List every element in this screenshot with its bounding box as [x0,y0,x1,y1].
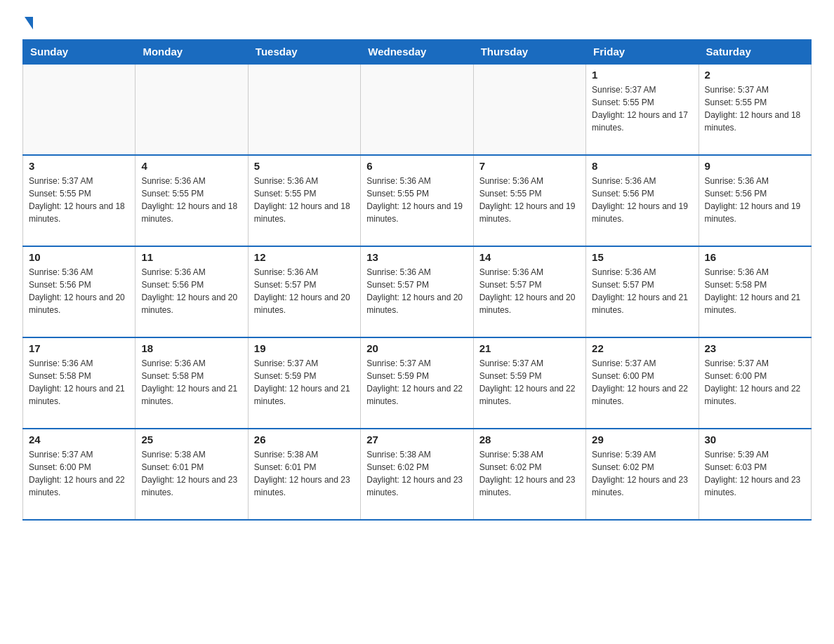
day-number: 20 [366,342,467,354]
day-info: Sunrise: 5:36 AMSunset: 5:57 PMDaylight:… [254,266,355,316]
day-info: Sunrise: 5:37 AMSunset: 5:55 PMDaylight:… [705,83,805,134]
day-info: Sunrise: 5:36 AMSunset: 5:55 PMDaylight:… [254,175,355,225]
day-number: 15 [592,251,692,263]
calendar-cell: 14Sunrise: 5:36 AMSunset: 5:57 PMDayligh… [473,246,585,337]
calendar-cell: 20Sunrise: 5:37 AMSunset: 5:59 PMDayligh… [361,337,473,429]
day-info: Sunrise: 5:36 AMSunset: 5:58 PMDaylight:… [705,266,805,316]
calendar-week-row: 24Sunrise: 5:37 AMSunset: 6:00 PMDayligh… [23,429,812,520]
calendar-cell [248,64,360,155]
day-number: 8 [592,160,692,172]
calendar-week-row: 17Sunrise: 5:36 AMSunset: 5:58 PMDayligh… [23,337,812,429]
day-info: Sunrise: 5:37 AMSunset: 5:55 PMDaylight:… [29,175,129,225]
calendar-cell: 25Sunrise: 5:38 AMSunset: 6:01 PMDayligh… [135,429,248,520]
calendar-cell: 11Sunrise: 5:36 AMSunset: 5:56 PMDayligh… [135,246,248,337]
calendar-cell: 30Sunrise: 5:39 AMSunset: 6:03 PMDayligh… [699,429,811,520]
calendar-cell: 15Sunrise: 5:36 AMSunset: 5:57 PMDayligh… [586,246,699,337]
calendar-cell [135,64,248,155]
calendar-cell [473,64,585,155]
calendar-cell: 24Sunrise: 5:37 AMSunset: 6:00 PMDayligh… [23,429,135,520]
day-number: 7 [479,160,580,172]
calendar-cell: 21Sunrise: 5:37 AMSunset: 5:59 PMDayligh… [473,337,585,429]
day-info: Sunrise: 5:39 AMSunset: 6:02 PMDaylight:… [592,448,692,499]
day-number: 13 [366,251,467,263]
day-number: 6 [366,160,467,172]
calendar-cell: 4Sunrise: 5:36 AMSunset: 5:55 PMDaylight… [135,155,248,246]
weekday-header-sunday: Sunday [23,40,135,65]
weekday-header-friday: Friday [586,40,699,65]
day-info: Sunrise: 5:36 AMSunset: 5:55 PMDaylight:… [479,175,580,225]
calendar-cell: 5Sunrise: 5:36 AMSunset: 5:55 PMDaylight… [248,155,360,246]
day-number: 14 [479,251,580,263]
day-info: Sunrise: 5:36 AMSunset: 5:56 PMDaylight:… [705,175,805,225]
day-info: Sunrise: 5:37 AMSunset: 6:00 PMDaylight:… [29,448,129,499]
day-number: 5 [254,160,355,172]
day-info: Sunrise: 5:38 AMSunset: 6:01 PMDaylight:… [141,448,241,499]
calendar-cell: 6Sunrise: 5:36 AMSunset: 5:55 PMDaylight… [361,155,473,246]
calendar-cell: 23Sunrise: 5:37 AMSunset: 6:00 PMDayligh… [699,337,811,429]
weekday-header-monday: Monday [135,40,248,65]
calendar-cell: 26Sunrise: 5:38 AMSunset: 6:01 PMDayligh… [248,429,360,520]
day-number: 17 [29,342,129,354]
day-info: Sunrise: 5:37 AMSunset: 5:59 PMDaylight:… [479,357,580,408]
day-number: 4 [141,160,241,172]
day-info: Sunrise: 5:39 AMSunset: 6:03 PMDaylight:… [705,448,805,499]
day-info: Sunrise: 5:36 AMSunset: 5:56 PMDaylight:… [29,266,129,316]
weekday-header-saturday: Saturday [699,40,811,65]
day-info: Sunrise: 5:38 AMSunset: 6:01 PMDaylight:… [254,448,355,499]
day-info: Sunrise: 5:37 AMSunset: 6:00 PMDaylight:… [592,357,692,408]
day-number: 30 [705,434,805,445]
day-number: 23 [705,342,805,354]
calendar-cell: 8Sunrise: 5:36 AMSunset: 5:56 PMDaylight… [586,155,699,246]
calendar-cell: 18Sunrise: 5:36 AMSunset: 5:58 PMDayligh… [135,337,248,429]
day-info: Sunrise: 5:36 AMSunset: 5:58 PMDaylight:… [29,357,129,408]
logo [22,17,33,28]
day-info: Sunrise: 5:37 AMSunset: 5:59 PMDaylight:… [366,357,467,408]
page-header [22,17,812,28]
calendar-cell: 7Sunrise: 5:36 AMSunset: 5:55 PMDaylight… [473,155,585,246]
day-number: 2 [705,69,805,81]
weekday-header-thursday: Thursday [473,40,585,65]
calendar-cell: 10Sunrise: 5:36 AMSunset: 5:56 PMDayligh… [23,246,135,337]
day-info: Sunrise: 5:37 AMSunset: 5:59 PMDaylight:… [254,357,355,408]
calendar-cell: 17Sunrise: 5:36 AMSunset: 5:58 PMDayligh… [23,337,135,429]
day-number: 12 [254,251,355,263]
calendar-cell: 3Sunrise: 5:37 AMSunset: 5:55 PMDaylight… [23,155,135,246]
calendar-week-row: 1Sunrise: 5:37 AMSunset: 5:55 PMDaylight… [23,64,812,155]
calendar-cell: 9Sunrise: 5:36 AMSunset: 5:56 PMDaylight… [699,155,811,246]
day-number: 24 [29,434,129,445]
day-info: Sunrise: 5:38 AMSunset: 6:02 PMDaylight:… [366,448,467,499]
day-number: 29 [592,434,692,445]
calendar-cell: 12Sunrise: 5:36 AMSunset: 5:57 PMDayligh… [248,246,360,337]
calendar-week-row: 10Sunrise: 5:36 AMSunset: 5:56 PMDayligh… [23,246,812,337]
calendar-cell: 1Sunrise: 5:37 AMSunset: 5:55 PMDaylight… [586,64,699,155]
weekday-header-row: SundayMondayTuesdayWednesdayThursdayFrid… [23,40,812,65]
day-info: Sunrise: 5:36 AMSunset: 5:57 PMDaylight:… [366,266,467,316]
day-info: Sunrise: 5:36 AMSunset: 5:57 PMDaylight:… [479,266,580,316]
day-number: 18 [141,342,241,354]
day-number: 22 [592,342,692,354]
calendar-cell: 16Sunrise: 5:36 AMSunset: 5:58 PMDayligh… [699,246,811,337]
calendar-table: SundayMondayTuesdayWednesdayThursdayFrid… [22,39,812,521]
day-number: 11 [141,251,241,263]
calendar-cell: 19Sunrise: 5:37 AMSunset: 5:59 PMDayligh… [248,337,360,429]
day-number: 26 [254,434,355,445]
day-number: 10 [29,251,129,263]
calendar-cell [23,64,135,155]
calendar-cell: 22Sunrise: 5:37 AMSunset: 6:00 PMDayligh… [586,337,699,429]
day-number: 25 [141,434,241,445]
day-info: Sunrise: 5:36 AMSunset: 5:55 PMDaylight:… [366,175,467,225]
day-number: 1 [592,69,692,81]
day-info: Sunrise: 5:36 AMSunset: 5:56 PMDaylight:… [592,175,692,225]
logo-arrow-icon [25,17,33,29]
calendar-cell: 2Sunrise: 5:37 AMSunset: 5:55 PMDaylight… [699,64,811,155]
calendar-cell: 13Sunrise: 5:36 AMSunset: 5:57 PMDayligh… [361,246,473,337]
calendar-cell: 27Sunrise: 5:38 AMSunset: 6:02 PMDayligh… [361,429,473,520]
day-info: Sunrise: 5:37 AMSunset: 6:00 PMDaylight:… [705,357,805,408]
weekday-header-tuesday: Tuesday [248,40,360,65]
calendar-week-row: 3Sunrise: 5:37 AMSunset: 5:55 PMDaylight… [23,155,812,246]
weekday-header-wednesday: Wednesday [361,40,473,65]
day-info: Sunrise: 5:36 AMSunset: 5:56 PMDaylight:… [141,266,241,316]
day-number: 19 [254,342,355,354]
calendar-cell [361,64,473,155]
day-number: 3 [29,160,129,172]
